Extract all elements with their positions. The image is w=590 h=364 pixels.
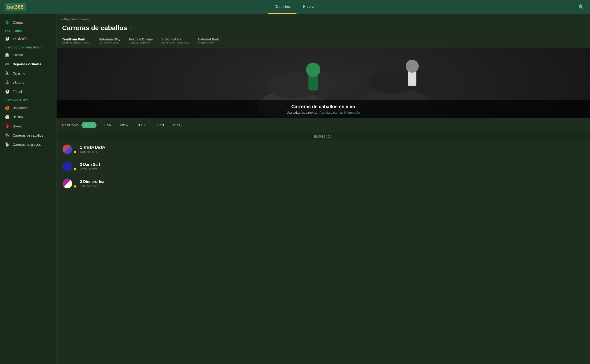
main-content: Deportes virtuales Carreras de caballos …: [56, 14, 590, 364]
horse-entry-1[interactable]: 1 Tricky Dicky Carl de Boor: [56, 141, 590, 158]
horse-name-2: 2 Darn Sarf: [80, 162, 584, 167]
sidebar-label-carreras: Carreras de caballos: [13, 134, 43, 137]
main-layout: 💲 Ofertas POPULARES ⚽ 1ª División VISITA…: [0, 14, 590, 364]
esports-icon: 🕹️: [5, 80, 10, 85]
sidebar-item-primera-division[interactable]: ⚽ 1ª División: [0, 34, 56, 43]
horse-dot-1: [74, 151, 76, 153]
sidebar-label-beisbol: Béisbol: [13, 115, 24, 119]
sidebar: 💲 Ofertas POPULARES ⚽ 1ª División VISITA…: [0, 14, 56, 364]
hero-link[interactable]: Acceda para más información: [320, 111, 360, 114]
sidebar-label-ofertas: Ofertas: [13, 21, 24, 25]
time-chip-4[interactable]: 00:59: [152, 122, 167, 128]
page-title: Carreras de caballos: [62, 24, 127, 32]
svg-point-14: [406, 60, 419, 73]
sidebar-item-casino[interactable]: 🎰 Casino: [0, 50, 56, 59]
breadcrumb[interactable]: Deportes virtuales: [56, 14, 590, 24]
horse-entry-3[interactable]: 3 Dinnerortea Jeff Geronimo: [56, 175, 590, 192]
results-label: Resultados: [62, 123, 79, 127]
horse-name-3: 3 Dinnerortea: [80, 180, 584, 184]
time-chip-5[interactable]: 01:00: [170, 122, 185, 128]
time-chip-2[interactable]: 00:57: [117, 122, 132, 128]
sidebar-label-esports: eSports: [13, 81, 24, 84]
sidebar-label-ciclismo: Ciclismo: [13, 72, 25, 75]
time-row: Resultados 00:55 00:56 00:57 00:58 00:59…: [56, 118, 590, 132]
hero-sub-text: Vea todas las carreras -: [287, 111, 320, 114]
sidebar-item-basquetbol[interactable]: 🏀 Básquetbol: [0, 103, 56, 112]
logo-text: bet: [7, 4, 15, 10]
horse-jockey-3: Jeff Geronimo: [80, 184, 584, 188]
sidebar-item-futbol[interactable]: ⚽ Fútbol: [0, 87, 56, 96]
page-title-row: Carreras de caballos ∨: [56, 24, 590, 35]
track-sub-victoria: Carreras con obstáculos: [161, 41, 189, 44]
sidebar-item-deportes-virtuales[interactable]: 🎮 Deportes virtuales: [0, 59, 56, 69]
cycling-icon: 🚴: [5, 71, 10, 76]
sidebar-label-galgos: Carreras de galgos: [13, 143, 41, 147]
jockey-silks-2: [62, 161, 73, 172]
tab-national[interactable]: National Park Steeplechase: [198, 35, 224, 47]
horse-dot-2: [74, 168, 76, 170]
track-sub-national: Steeplechase: [198, 41, 219, 44]
section-frecuencia: VISITADO CON FRECUENCIA: [0, 43, 56, 50]
greyhound-icon: 🐕: [5, 142, 10, 147]
horse-jockey-2: Zeev Ditzian: [80, 167, 584, 171]
search-icon[interactable]: 🔍: [578, 4, 584, 10]
nav-tabs: Deportes En vivo: [268, 0, 322, 14]
baseball-icon: ⚾: [5, 115, 10, 119]
jockey-silks-1: [62, 144, 73, 155]
boxing-icon: 🥊: [5, 124, 10, 128]
horse-name-1: 1 Tricky Dicky: [80, 145, 584, 150]
dropdown-arrow-icon[interactable]: ∨: [129, 25, 132, 31]
tab-festival[interactable]: Festival Downs Carreras en plano: [129, 35, 158, 47]
tab-trentham[interactable]: Trentham Park Carreras breves - 1 min.: [62, 35, 95, 47]
horse-jockey-1: Carl de Boor: [80, 150, 584, 154]
top-nav: bet365 Deportes En vivo 🔍: [0, 0, 590, 14]
futbol-icon: ⚽: [5, 89, 10, 94]
logo[interactable]: bet365: [5, 3, 26, 11]
time-chip-0[interactable]: 00:55: [81, 122, 97, 128]
tab-britannia[interactable]: Britannia Way Carreras en plano: [99, 35, 125, 47]
sidebar-item-carreras-galgos[interactable]: 🐕 Carreras de galgos: [0, 140, 56, 149]
sidebar-label-boxeo: Boxeo: [13, 124, 22, 128]
track-sub-britannia: Carreras en plano: [99, 41, 121, 44]
track-name-britannia: Britannia Way: [99, 37, 121, 41]
track-name-victoria: Victoria Park: [161, 37, 189, 41]
sidebar-label-primera: 1ª División: [13, 37, 28, 41]
sidebar-label-casino: Casino: [13, 53, 23, 57]
virtual-sports-icon: 🎮: [5, 62, 10, 66]
track-name-trentham: Trentham Park: [62, 37, 90, 41]
track-name-festival: Festival Downs: [129, 37, 153, 41]
horse-racing-icon: 🏇: [5, 133, 10, 137]
tab-en-vivo[interactable]: En vivo: [296, 0, 322, 14]
horse-dot-3: [74, 185, 76, 188]
horse-entry-2[interactable]: 2 Darn Sarf Zeev Ditzian: [56, 158, 590, 175]
sidebar-item-esports[interactable]: 🕹️ eSports: [0, 78, 56, 87]
sidebar-label-deportes-virtuales: Deportes virtuales: [13, 62, 41, 66]
sidebar-item-boxeo[interactable]: 🥊 Boxeo: [0, 122, 56, 131]
sidebar-label-futbol: Fútbol: [13, 90, 22, 94]
track-tabs: Trentham Park Carreras breves - 1 min. B…: [56, 35, 590, 47]
section-populares: POPULARES: [0, 27, 56, 34]
time-chip-1[interactable]: 00:56: [99, 122, 114, 128]
section-lista-completa: LISTA COMPLETA: [0, 96, 56, 103]
offers-icon: 💲: [5, 20, 10, 25]
hero-image: Horse Racing Carreras de caballos en viv…: [56, 47, 590, 118]
time-chip-3[interactable]: 00:58: [135, 122, 149, 128]
track-sub-trentham: Carreras breves - 1 min.: [62, 41, 90, 44]
track-sub-festival: Carreras en plano: [129, 41, 153, 44]
horse-info-3: 3 Dinnerortea Jeff Geronimo: [80, 180, 584, 188]
sidebar-item-carreras-caballos[interactable]: 🏇 Carreras de caballos: [0, 131, 56, 140]
sidebar-item-beisbol[interactable]: ⚾ Béisbol: [0, 112, 56, 122]
hero-subtitle: Vea todas las carreras - Acceda para más…: [62, 111, 584, 114]
hero-title: Carreras de caballos en vivo: [62, 104, 584, 109]
sidebar-label-basquetbol: Básquetbol: [13, 106, 29, 110]
svg-point-5: [306, 63, 320, 77]
tab-victoria[interactable]: Victoria Park Carreras con obstáculos: [161, 35, 194, 47]
hero-overlay: Carreras de caballos en vivo Vea todas l…: [56, 100, 590, 118]
sidebar-item-ofertas[interactable]: 💲 Ofertas: [0, 18, 56, 27]
track-name-national: National Park: [198, 37, 219, 41]
tab-deportes[interactable]: Deportes: [268, 0, 296, 14]
soccer-icon: ⚽: [5, 36, 10, 41]
casino-icon: 🎰: [5, 53, 10, 57]
sidebar-item-ciclismo[interactable]: 🚴 Ciclismo: [0, 69, 56, 78]
logo-highlight: 365: [15, 4, 24, 10]
